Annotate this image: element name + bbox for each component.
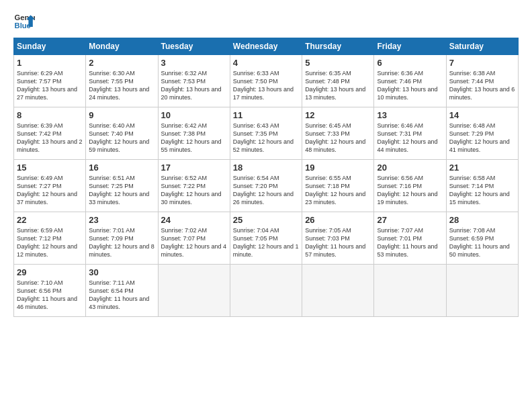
page: General Blue SundayMondayTuesdayWednesda…	[0, 0, 532, 324]
col-header-friday: Friday	[374, 38, 446, 55]
table-row: 2Sunrise: 6:30 AMSunset: 7:55 PMDaylight…	[86, 55, 158, 107]
table-row: 4Sunrise: 6:33 AMSunset: 7:50 PMDaylight…	[230, 55, 302, 107]
cell-content: Sunrise: 6:52 AMSunset: 7:22 PMDaylight:…	[161, 174, 227, 207]
day-number: 9	[89, 110, 154, 120]
cell-content: Sunrise: 6:38 AMSunset: 7:44 PMDaylight:…	[449, 69, 515, 102]
day-number: 30	[89, 267, 154, 277]
cell-content: Sunrise: 6:45 AMSunset: 7:33 PMDaylight:…	[305, 122, 371, 154]
day-number: 4	[233, 58, 299, 68]
cell-content: Sunrise: 7:10 AMSunset: 6:56 PMDaylight:…	[17, 279, 83, 312]
table-row	[302, 265, 374, 317]
table-row: 29Sunrise: 7:10 AMSunset: 6:56 PMDayligh…	[14, 265, 86, 317]
table-row: 9Sunrise: 6:40 AMSunset: 7:40 PMDaylight…	[86, 107, 158, 160]
table-row: 8Sunrise: 6:39 AMSunset: 7:42 PMDaylight…	[14, 107, 86, 160]
table-row	[374, 265, 446, 317]
logo-icon: General Blue	[13, 11, 35, 32]
table-row: 22Sunrise: 6:59 AMSunset: 7:12 PMDayligh…	[14, 212, 86, 265]
cell-content: Sunrise: 7:05 AMSunset: 7:03 PMDaylight:…	[305, 226, 371, 259]
cell-content: Sunrise: 6:49 AMSunset: 7:27 PMDaylight:…	[17, 174, 83, 207]
table-row: 17Sunrise: 6:52 AMSunset: 7:22 PMDayligh…	[158, 160, 230, 212]
table-row: 6Sunrise: 6:36 AMSunset: 7:46 PMDaylight…	[374, 55, 446, 107]
cell-content: Sunrise: 6:32 AMSunset: 7:53 PMDaylight:…	[161, 69, 227, 102]
table-row: 24Sunrise: 7:02 AMSunset: 7:07 PMDayligh…	[158, 212, 230, 265]
table-row: 11Sunrise: 6:43 AMSunset: 7:35 PMDayligh…	[230, 107, 302, 160]
table-row	[230, 265, 302, 317]
table-row: 16Sunrise: 6:51 AMSunset: 7:25 PMDayligh…	[86, 160, 158, 212]
day-number: 20	[377, 163, 443, 173]
table-row: 19Sunrise: 6:55 AMSunset: 7:18 PMDayligh…	[302, 160, 374, 212]
table-row: 5Sunrise: 6:35 AMSunset: 7:48 PMDaylight…	[302, 55, 374, 107]
cell-content: Sunrise: 6:33 AMSunset: 7:50 PMDaylight:…	[233, 69, 299, 102]
day-number: 15	[17, 163, 83, 173]
col-header-sunday: Sunday	[14, 38, 86, 55]
day-number: 3	[161, 58, 227, 68]
day-number: 22	[17, 215, 83, 225]
table-row: 28Sunrise: 7:08 AMSunset: 6:59 PMDayligh…	[446, 212, 518, 265]
day-number: 16	[89, 163, 154, 173]
cell-content: Sunrise: 7:08 AMSunset: 6:59 PMDaylight:…	[449, 226, 515, 259]
table-row: 21Sunrise: 6:58 AMSunset: 7:14 PMDayligh…	[446, 160, 518, 212]
cell-content: Sunrise: 6:43 AMSunset: 7:35 PMDaylight:…	[233, 122, 299, 154]
table-row: 13Sunrise: 6:46 AMSunset: 7:31 PMDayligh…	[374, 107, 446, 160]
table-row: 10Sunrise: 6:42 AMSunset: 7:38 PMDayligh…	[158, 107, 230, 160]
table-row	[158, 265, 230, 317]
header: General Blue	[13, 11, 519, 32]
day-number: 29	[17, 267, 83, 277]
day-number: 7	[449, 58, 515, 68]
table-row: 15Sunrise: 6:49 AMSunset: 7:27 PMDayligh…	[14, 160, 86, 212]
day-number: 5	[305, 58, 371, 68]
logo: General Blue	[13, 11, 35, 32]
cell-content: Sunrise: 7:02 AMSunset: 7:07 PMDaylight:…	[161, 226, 227, 259]
cell-content: Sunrise: 6:29 AMSunset: 7:57 PMDaylight:…	[17, 69, 83, 102]
cell-content: Sunrise: 6:48 AMSunset: 7:29 PMDaylight:…	[449, 122, 515, 154]
day-number: 18	[233, 163, 299, 173]
table-row: 3Sunrise: 6:32 AMSunset: 7:53 PMDaylight…	[158, 55, 230, 107]
table-row: 27Sunrise: 7:07 AMSunset: 7:01 PMDayligh…	[374, 212, 446, 265]
cell-content: Sunrise: 6:35 AMSunset: 7:48 PMDaylight:…	[305, 69, 371, 102]
table-row: 12Sunrise: 6:45 AMSunset: 7:33 PMDayligh…	[302, 107, 374, 160]
cell-content: Sunrise: 6:59 AMSunset: 7:12 PMDaylight:…	[17, 226, 83, 259]
cell-content: Sunrise: 7:11 AMSunset: 6:54 PMDaylight:…	[89, 279, 154, 312]
cell-content: Sunrise: 6:36 AMSunset: 7:46 PMDaylight:…	[377, 69, 443, 102]
table-row: 18Sunrise: 6:54 AMSunset: 7:20 PMDayligh…	[230, 160, 302, 212]
cell-content: Sunrise: 6:54 AMSunset: 7:20 PMDaylight:…	[233, 174, 299, 207]
cell-content: Sunrise: 6:58 AMSunset: 7:14 PMDaylight:…	[449, 174, 515, 207]
cell-content: Sunrise: 6:39 AMSunset: 7:42 PMDaylight:…	[17, 122, 83, 154]
cell-content: Sunrise: 6:55 AMSunset: 7:18 PMDaylight:…	[305, 174, 371, 207]
cell-content: Sunrise: 6:30 AMSunset: 7:55 PMDaylight:…	[89, 69, 154, 102]
cell-content: Sunrise: 6:46 AMSunset: 7:31 PMDaylight:…	[377, 122, 443, 154]
table-row: 30Sunrise: 7:11 AMSunset: 6:54 PMDayligh…	[86, 265, 158, 317]
col-header-thursday: Thursday	[302, 38, 374, 55]
day-number: 12	[305, 110, 371, 120]
svg-text:Blue: Blue	[15, 21, 31, 30]
cell-content: Sunrise: 7:07 AMSunset: 7:01 PMDaylight:…	[377, 226, 443, 259]
table-row: 25Sunrise: 7:04 AMSunset: 7:05 PMDayligh…	[230, 212, 302, 265]
table-row: 1Sunrise: 6:29 AMSunset: 7:57 PMDaylight…	[14, 55, 86, 107]
day-number: 19	[305, 163, 371, 173]
day-number: 26	[305, 215, 371, 225]
day-number: 11	[233, 110, 299, 120]
table-row	[446, 265, 518, 317]
cell-content: Sunrise: 7:01 AMSunset: 7:09 PMDaylight:…	[89, 226, 154, 259]
table-row: 23Sunrise: 7:01 AMSunset: 7:09 PMDayligh…	[86, 212, 158, 265]
day-number: 25	[233, 215, 299, 225]
table-row: 20Sunrise: 6:56 AMSunset: 7:16 PMDayligh…	[374, 160, 446, 212]
day-number: 24	[161, 215, 227, 225]
day-number: 17	[161, 163, 227, 173]
col-header-tuesday: Tuesday	[158, 38, 230, 55]
day-number: 27	[377, 215, 443, 225]
table-row: 7Sunrise: 6:38 AMSunset: 7:44 PMDaylight…	[446, 55, 518, 107]
day-number: 28	[449, 215, 515, 225]
cell-content: Sunrise: 6:40 AMSunset: 7:40 PMDaylight:…	[89, 122, 154, 154]
day-number: 2	[89, 58, 154, 68]
col-header-monday: Monday	[86, 38, 158, 55]
day-number: 21	[449, 163, 515, 173]
col-header-wednesday: Wednesday	[230, 38, 302, 55]
day-number: 8	[17, 110, 83, 120]
calendar-table: SundayMondayTuesdayWednesdayThursdayFrid…	[13, 38, 519, 317]
cell-content: Sunrise: 6:56 AMSunset: 7:16 PMDaylight:…	[377, 174, 443, 207]
table-row: 14Sunrise: 6:48 AMSunset: 7:29 PMDayligh…	[446, 107, 518, 160]
table-row: 26Sunrise: 7:05 AMSunset: 7:03 PMDayligh…	[302, 212, 374, 265]
day-number: 6	[377, 58, 443, 68]
day-number: 1	[17, 58, 83, 68]
